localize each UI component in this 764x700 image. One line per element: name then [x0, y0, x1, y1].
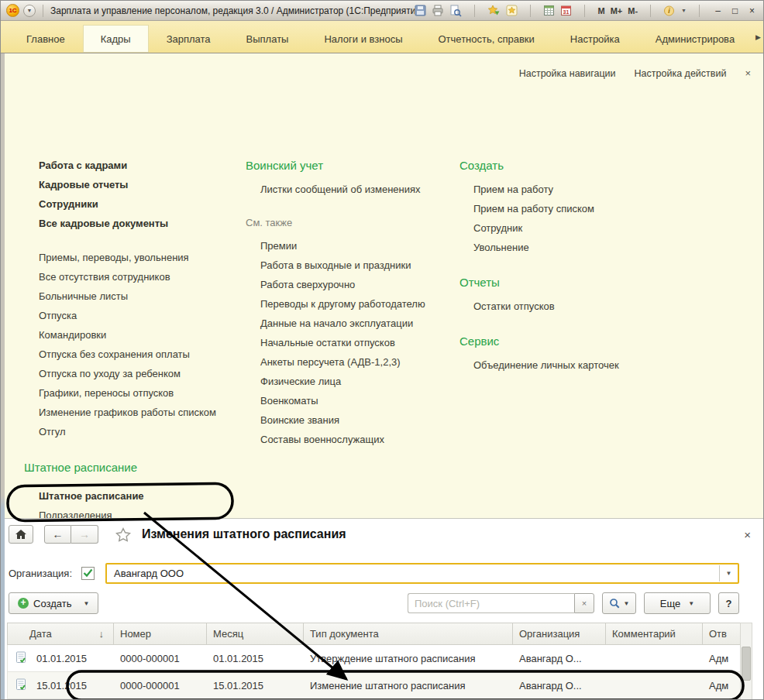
memory-plus-button[interactable]: M+	[611, 6, 623, 15]
scrollbar-thumb[interactable]	[742, 647, 751, 681]
cell-date: 01.01.2015	[36, 653, 87, 664]
tab[interactable]: Зарплата	[149, 25, 229, 53]
panel-close-icon[interactable]: ×	[745, 67, 751, 79]
nav-link[interactable]: Все кадровые документы	[39, 214, 252, 233]
nav-link[interactable]: Составы военнослужащих	[260, 430, 473, 449]
tabs-overflow-icon[interactable]: ▶	[755, 33, 761, 41]
table-scrollbar[interactable]	[740, 623, 752, 700]
save-icon[interactable]	[415, 4, 426, 17]
calculator-icon[interactable]	[543, 4, 555, 17]
search-group: × ▼ Еще ▼ ?	[408, 592, 739, 614]
info-dropdown-arrow-icon[interactable]: ▼	[681, 8, 687, 13]
back-button[interactable]: ←	[44, 525, 71, 544]
print-preview-icon[interactable]	[449, 4, 462, 17]
nav-link[interactable]: Физические лица	[260, 372, 473, 391]
divider	[584, 5, 585, 17]
search-clear-button[interactable]: ×	[574, 593, 594, 613]
search-input[interactable]	[408, 593, 574, 613]
nav-link[interactable]: Анкеты персучета (АДВ-1,2,3)	[260, 352, 473, 372]
nav-link[interactable]: Прием на работу	[473, 180, 690, 199]
nav-link[interactable]: Графики, переносы отпусков	[39, 383, 252, 403]
more-label: Еще	[660, 598, 680, 609]
nav-link[interactable]: Листки сообщений об изменениях	[260, 180, 473, 199]
nav-link[interactable]: Отгул	[39, 422, 252, 441]
column-header-month[interactable]: Месяц	[207, 623, 304, 644]
form-close-icon[interactable]: ×	[744, 528, 751, 541]
nav-link[interactable]: Работа в выходные и праздники	[260, 256, 473, 275]
tab[interactable]: Настройка	[552, 25, 638, 53]
divider	[530, 5, 531, 17]
nav-link[interactable]: Кадровые отчеты	[39, 175, 252, 194]
nav-link[interactable]: Больничные листы	[39, 287, 252, 306]
document-posted-icon	[15, 651, 27, 666]
table-row[interactable]: 15.01.2015 0000-000001 15.01.2015 Измене…	[8, 672, 740, 699]
navigation-settings-link[interactable]: Настройка навигации	[519, 68, 616, 79]
column-header-date[interactable]: Дата ↓	[8, 623, 114, 644]
nav-link[interactable]: Остатки отпусков	[473, 297, 690, 316]
sort-desc-icon: ↓	[99, 628, 108, 640]
nav-link[interactable]: Прием на работу списком	[473, 199, 690, 218]
tab[interactable]: Администрирова	[638, 25, 752, 53]
divider	[474, 5, 475, 17]
print-icon[interactable]	[432, 4, 444, 17]
maximize-button[interactable]: □	[729, 5, 741, 16]
calendar-icon[interactable]: 31	[560, 4, 572, 17]
add-favorite-icon[interactable]	[487, 4, 501, 17]
memory-recall-button[interactable]: M	[597, 6, 604, 15]
home-button[interactable]	[9, 525, 33, 544]
column-header-number[interactable]: Номер	[114, 623, 207, 644]
organization-combobox[interactable]: Авангард ООО ▼	[105, 563, 739, 584]
forward-button[interactable]: →	[71, 525, 98, 544]
tab[interactable]: Налоги и взносы	[306, 25, 420, 53]
kadry-navigation-panel: Настройка навигации Настройка действий ×…	[1, 53, 763, 518]
nav-link[interactable]: Увольнение	[473, 238, 690, 257]
info-icon[interactable]: i	[663, 4, 676, 17]
minimize-button[interactable]: –	[712, 5, 724, 16]
table-row[interactable]: 01.01.2015 0000-000001 01.01.2015 Утверж…	[8, 645, 740, 672]
tab[interactable]: Главное	[9, 25, 83, 53]
favorite-star-outline-icon[interactable]	[115, 527, 131, 542]
nav-link[interactable]: Переводы к другому работодателю	[260, 294, 473, 314]
nav-link[interactable]: Данные на начало эксплуатации	[260, 314, 473, 333]
system-menu-button[interactable]: ▼	[23, 5, 36, 17]
column-header-responsible[interactable]: Отв	[703, 623, 740, 644]
create-button[interactable]: + Создать ▼	[9, 592, 98, 614]
memory-minus-button[interactable]: M-	[628, 6, 638, 15]
nav-link[interactable]: Сотрудник	[473, 218, 690, 238]
nav-link[interactable]: Начальные остатки отпусков	[260, 333, 473, 352]
nav-link[interactable]: Все отсутствия сотрудников	[39, 267, 252, 287]
nav-link[interactable]: Штатное расписание	[39, 486, 252, 506]
help-button[interactable]: ?	[718, 592, 739, 614]
column-header-comment[interactable]: Комментарий	[606, 623, 703, 644]
actions-settings-link[interactable]: Настройка действий	[635, 68, 727, 79]
column-header-doctype[interactable]: Тип документа	[304, 623, 513, 644]
more-button[interactable]: Еще ▼	[644, 592, 711, 614]
nav-link[interactable]: Сотрудники	[39, 194, 252, 214]
nav-link[interactable]: Работа с кадрами	[39, 156, 252, 175]
tab[interactable]: Отчетность, справки	[421, 25, 552, 53]
cell-doctype: Утверждение штатного расписания	[304, 645, 513, 671]
titlebar-toolbar: 31 M M+ M- i ▼ – □ ×	[415, 4, 758, 17]
nav-link[interactable]: Работа сверхурочно	[260, 275, 473, 294]
nav-link[interactable]: Воинские звания	[260, 410, 473, 430]
nav-link[interactable]: Командировки	[39, 325, 252, 345]
close-window-button[interactable]: ×	[746, 5, 758, 16]
search-options-button[interactable]: ▼	[602, 592, 636, 614]
nav-link[interactable]: Приемы, переводы, увольнения	[39, 248, 252, 267]
divider	[43, 5, 43, 17]
section-header-reports: Отчеты	[459, 272, 690, 292]
organization-filter-row: Организация: Авангард ООО ▼	[9, 562, 739, 584]
tab[interactable]: Выплаты	[229, 25, 307, 53]
nav-link[interactable]: Объединение личных карточек	[473, 355, 690, 375]
combo-dropdown-icon[interactable]: ▼	[719, 565, 738, 582]
nav-link[interactable]: Отпуска	[39, 306, 252, 325]
organization-checkbox[interactable]	[81, 567, 95, 580]
nav-link[interactable]: Премии	[260, 236, 473, 256]
tab[interactable]: Кадры	[83, 25, 149, 53]
nav-link[interactable]: Отпуска без сохранения оплаты	[39, 345, 252, 364]
nav-link[interactable]: Отпуска по уходу за ребенком	[39, 364, 252, 383]
nav-link[interactable]: Изменение графиков работы списком	[39, 403, 252, 422]
column-header-organization[interactable]: Организация	[513, 623, 606, 644]
favorites-icon[interactable]	[506, 4, 518, 17]
nav-link[interactable]: Военкоматы	[260, 391, 473, 410]
